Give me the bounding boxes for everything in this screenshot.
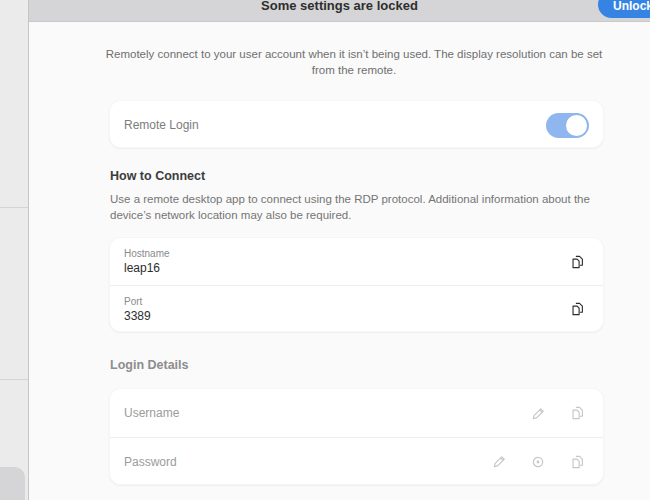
unlock-button-label: Unlock: [613, 0, 650, 13]
edit-username-button[interactable]: [530, 405, 546, 421]
how-to-connect-description: Use a remote desktop app to connect usin…: [110, 191, 595, 223]
toggle-knob: [566, 115, 587, 136]
password-actions: [491, 454, 589, 470]
username-actions: [530, 405, 589, 421]
background-window-sliver: [0, 0, 28, 500]
username-row: Username: [110, 389, 603, 437]
edit-password-button[interactable]: [491, 454, 507, 470]
password-label: Password: [124, 455, 177, 469]
port-row: Port 3389: [110, 285, 603, 332]
unlock-button[interactable]: Unlock: [598, 0, 650, 18]
locked-banner-title: Some settings are locked: [29, 0, 650, 13]
remote-login-toggle[interactable]: [546, 113, 589, 138]
hostname-label: Hostname: [124, 248, 170, 259]
settings-window: Some settings are locked Unlock Remotely…: [28, 0, 650, 500]
copy-icon: [571, 406, 584, 420]
edit-pencil-icon: [493, 455, 506, 468]
eye-icon: [531, 455, 545, 469]
login-details-heading: Login Details: [110, 358, 188, 372]
remote-login-row: Remote Login: [110, 101, 603, 148]
edit-pencil-icon: [532, 407, 545, 420]
background-divider: [0, 207, 28, 208]
how-to-connect-heading: How to Connect: [110, 169, 205, 183]
port-field: Port 3389: [124, 296, 151, 323]
hostname-value: leap16: [124, 261, 170, 275]
view-password-button[interactable]: [530, 454, 546, 470]
screen: Some settings are locked Unlock Remotely…: [0, 0, 650, 500]
login-details-card: Username: [109, 388, 604, 485]
copy-icon: [571, 302, 584, 316]
background-list-item: [0, 467, 25, 500]
port-value: 3389: [124, 309, 151, 323]
password-row: Password: [110, 437, 603, 485]
copy-port-button[interactable]: [569, 301, 585, 317]
copy-username-button[interactable]: [569, 405, 585, 421]
hostname-actions: [569, 254, 589, 270]
page-description: Remotely connect to your user account wh…: [99, 46, 609, 78]
port-label: Port: [124, 296, 151, 307]
remote-login-label: Remote Login: [124, 118, 199, 132]
copy-icon: [571, 255, 584, 269]
hostname-field: Hostname leap16: [124, 248, 170, 275]
copy-hostname-button[interactable]: [569, 254, 585, 270]
remote-login-card: Remote Login: [109, 100, 604, 148]
hostname-row: Hostname leap16: [110, 238, 603, 285]
background-divider: [0, 379, 28, 380]
header-bar: Some settings are locked: [29, 0, 650, 22]
connection-info-card: Hostname leap16 Po: [109, 237, 604, 332]
port-actions: [569, 301, 589, 317]
username-label: Username: [124, 406, 179, 420]
copy-password-button[interactable]: [569, 454, 585, 470]
copy-icon: [571, 455, 584, 469]
